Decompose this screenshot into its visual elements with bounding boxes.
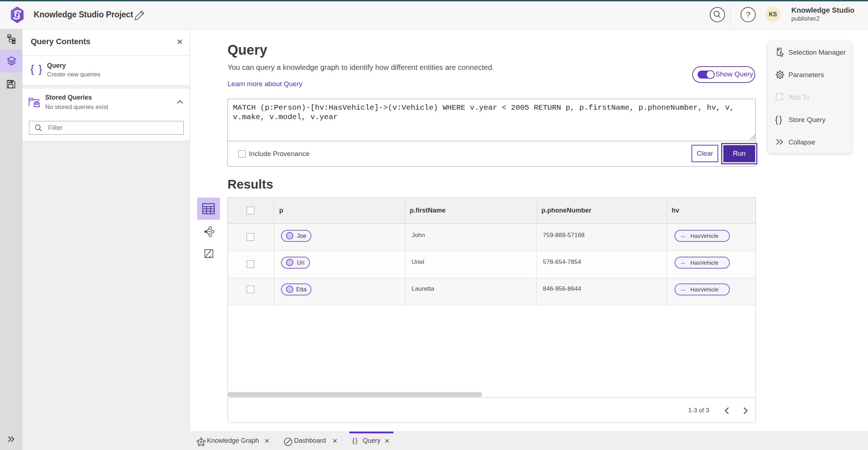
svg-text:?: ?	[746, 10, 750, 19]
